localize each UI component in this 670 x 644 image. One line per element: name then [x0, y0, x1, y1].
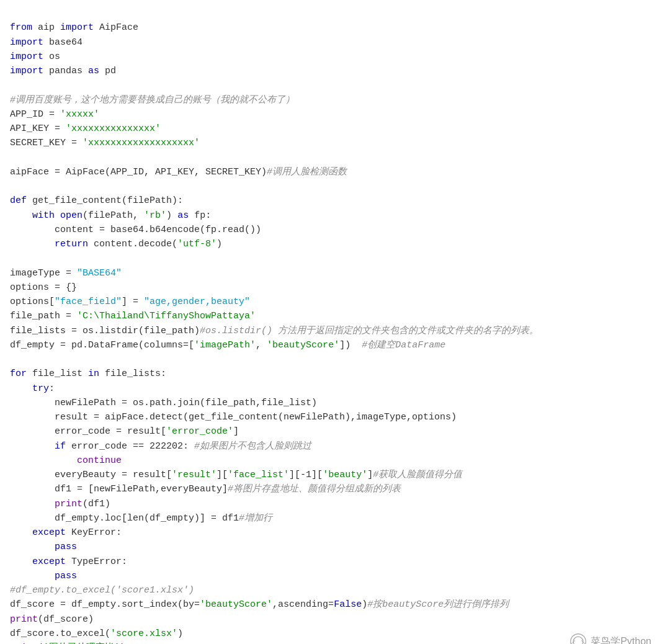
watermark-text: 菜鸟学Python [591, 634, 651, 644]
string-beautyscore: 'beautyScore' [267, 340, 339, 351]
keyword-for: for [10, 369, 27, 379]
comment-1: #调用百度账号，这个地方需要替换成自己的账号（我的就不公布了） [10, 95, 295, 105]
string-beauty: 'beauty' [323, 470, 367, 480]
keyword-def: def [10, 195, 27, 206]
keyword-pass1: pass [55, 542, 77, 552]
builtin-open: open [60, 210, 83, 221]
keyword-import2: import [10, 37, 43, 48]
string-errorcode: 'error_code' [166, 426, 233, 437]
comment-2: #调用人脸检测函数 [267, 167, 347, 177]
string-secretkey: 'xxxxxxxxxxxxxxxxxxx' [83, 138, 200, 148]
keyword-import3: import [10, 51, 43, 62]
comment-5: #如果图片不包含人脸则跳过 [194, 441, 311, 452]
string-facelist: 'face_list' [228, 470, 289, 480]
comment-6: #获取人脸颜值得分值 [373, 470, 462, 480]
string-result: 'result' [172, 470, 217, 480]
string-scorexlsx: 'score.xlsx' [110, 628, 177, 639]
string-filepath: 'C:\Thailand\TiffanyShowPattaya' [77, 311, 256, 321]
keyword-except2: except [32, 557, 66, 567]
keyword-print2: print [10, 614, 38, 625]
code-block: from aip import AipFace import base64 im… [10, 6, 660, 644]
keyword-as2: as [177, 210, 189, 221]
watermark: 菜鸟学Python [570, 633, 651, 644]
string-imagepath: 'imagePath' [194, 340, 256, 351]
string-utf8: 'utf-8' [177, 239, 217, 249]
keyword-from: from [10, 22, 32, 33]
keyword-if: if [55, 441, 66, 452]
keyword-return: return [55, 239, 88, 249]
comment-8: #增加行 [239, 513, 272, 524]
keyword-try: try [32, 383, 49, 394]
keyword-import4: import [10, 66, 43, 76]
string-base64: "BASE64" [77, 268, 122, 279]
comment-10: #按beautyScore列进行倒序排列 [367, 599, 509, 610]
string-agegenderbeauty: "age,gender,beauty" [144, 297, 250, 307]
keyword-with: with [32, 210, 55, 221]
string-beautyscore2: 'beautyScore' [200, 599, 272, 610]
watermark-icon [570, 633, 587, 644]
keyword-false: False [334, 599, 362, 610]
comment-9: #df_empty.to_excel('score1.xlsx') [10, 585, 194, 596]
svg-point-1 [573, 637, 583, 644]
keyword-print1: print [55, 499, 83, 509]
keyword-continue: continue [77, 455, 122, 466]
comment-7: #将图片存盘地址、颜值得分组成新的列表 [228, 484, 401, 494]
keyword-import: import [60, 22, 94, 33]
string-appid: 'xxxxx' [60, 109, 99, 120]
keyword-as: as [88, 66, 99, 76]
string-apikey: 'xxxxxxxxxxxxxxx' [66, 123, 161, 134]
keyword-pass2: pass [55, 571, 77, 581]
string-facefield: "face_field" [55, 297, 122, 307]
comment-4: #创建空DataFrame [362, 340, 445, 351]
string-rb: 'rb' [144, 210, 166, 221]
keyword-except1: except [32, 527, 66, 538]
keyword-in: in [88, 369, 99, 379]
comment-3: #os.listdir() 方法用于返回指定的文件夹包含的文件或文件夹的名字的列… [200, 326, 538, 336]
